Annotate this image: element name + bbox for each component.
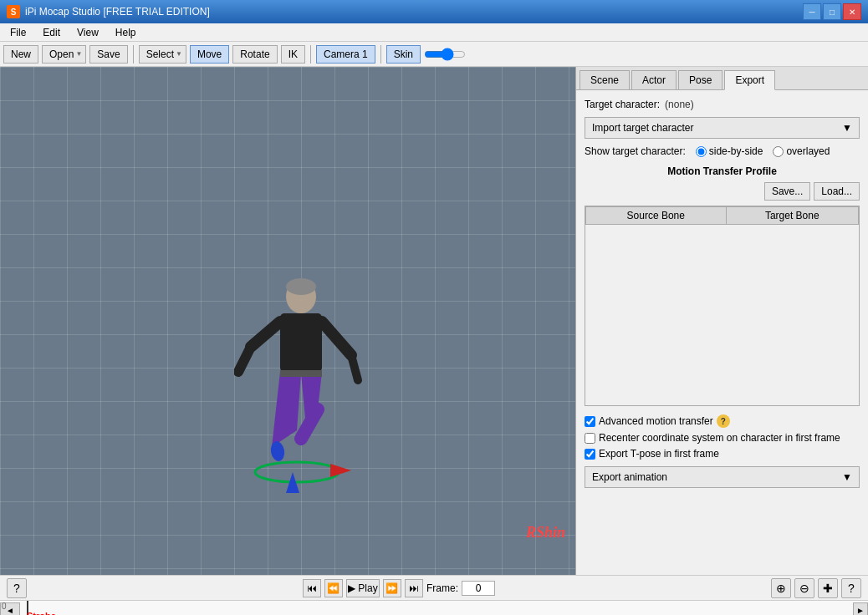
svg-rect-11 <box>280 370 322 377</box>
skin-slider[interactable] <box>424 47 466 62</box>
skip-to-end-button[interactable]: ⏭ <box>405 579 423 597</box>
import-dropdown-arrow: ▼ <box>842 122 852 134</box>
right-panel: Scene Actor Pose Export Target character… <box>575 67 868 575</box>
frame-value: 0 <box>462 581 495 596</box>
save-load-row: Save... Load... <box>585 182 860 201</box>
fast-forward-button[interactable]: ⏩ <box>383 579 401 597</box>
tab-actor[interactable]: Actor <box>631 70 677 89</box>
character-container <box>234 272 368 508</box>
separator-2 <box>310 45 311 64</box>
separator-1 <box>133 45 134 64</box>
export-tpose-label: Export T-pose in first frame <box>599 448 719 460</box>
menu-file[interactable]: File <box>3 25 33 40</box>
play-button[interactable]: ▶ Play <box>346 579 380 597</box>
help-button-right[interactable]: ? <box>841 578 861 598</box>
skip-to-start-button[interactable]: ⏮ <box>303 579 321 597</box>
bone-table: Source Bone Target Bone <box>585 206 859 225</box>
svg-line-3 <box>251 322 280 347</box>
bone-table-container[interactable]: Source Bone Target Bone <box>585 206 860 406</box>
viewport[interactable]: RShin <box>0 67 575 575</box>
app-icon: S <box>7 5 20 18</box>
radio-overlayed[interactable]: overlayed <box>773 145 830 157</box>
tab-scene[interactable]: Scene <box>580 70 630 89</box>
svg-line-6 <box>351 355 358 380</box>
timeline-strobe-label: Strobe <box>27 611 56 615</box>
help-button-left[interactable]: ? <box>7 578 27 598</box>
save-profile-button[interactable]: Save... <box>764 182 810 201</box>
show-target-character-row: Show target character: side-by-side over… <box>585 145 860 157</box>
source-bone-header: Source Bone <box>586 207 727 225</box>
maximize-button[interactable]: □ <box>823 3 841 20</box>
zoom-plus-button[interactable]: ⊕ <box>771 578 791 598</box>
menu-edit[interactable]: Edit <box>36 25 67 40</box>
camera1-button[interactable]: Camera 1 <box>316 45 375 64</box>
open-button[interactable]: Open ▼ <box>42 45 86 64</box>
svg-line-5 <box>322 322 351 355</box>
target-character-label: Target character: <box>585 99 660 110</box>
menu-help[interactable]: Help <box>109 25 143 40</box>
tab-bar: Scene Actor Pose Export <box>576 67 868 90</box>
menu-bar: File Edit View Help <box>0 23 868 42</box>
show-target-label: Show target character: <box>585 145 686 157</box>
recenter-label: Recenter coordinate system on character … <box>599 432 840 444</box>
timeline-scroll-right[interactable]: ► <box>853 602 868 615</box>
import-target-character-button[interactable]: Import target character ▼ <box>585 117 860 139</box>
rewind-button[interactable]: ⏪ <box>324 579 343 597</box>
export-animation-button[interactable]: Export animation ▼ <box>585 466 860 488</box>
svg-line-4 <box>238 347 251 372</box>
separator-3 <box>380 45 381 64</box>
tab-export[interactable]: Export <box>724 70 775 90</box>
target-character-row: Target character: (none) <box>585 99 860 110</box>
move-button[interactable]: Move <box>190 45 229 64</box>
advanced-motion-help-icon[interactable]: ? <box>717 414 730 428</box>
skin-button[interactable]: Skin <box>386 45 421 64</box>
toolbar: New Open ▼ Save Select ▼ Move Rotate IK … <box>0 42 868 67</box>
title-bar: S iPi Mocap Studio [FREE TRIAL EDITION] … <box>0 0 868 23</box>
timeline-area[interactable]: ◄ 0 Strobe ► <box>0 600 868 615</box>
recenter-row: Recenter coordinate system on character … <box>585 432 860 444</box>
save-button[interactable]: Save <box>89 45 127 64</box>
select-button[interactable]: Select ▼ <box>139 45 186 64</box>
recenter-checkbox[interactable] <box>585 433 595 444</box>
close-button[interactable]: ✕ <box>843 3 861 20</box>
viewport-watermark: RShin <box>526 524 565 541</box>
advanced-motion-row: Advanced motion transfer ? <box>585 414 860 428</box>
radio-side-by-side[interactable]: side-by-side <box>696 145 763 157</box>
bottom-section: ? ⏮ ⏪ ▶ Play ⏩ ⏭ Frame: 0 ⊕ ⊖ ✚ ? ◄ 0 St… <box>0 575 868 615</box>
new-button[interactable]: New <box>3 45 38 64</box>
frame-label: Frame: <box>426 582 458 594</box>
export-dropdown-arrow: ▼ <box>842 471 852 483</box>
ik-button[interactable]: IK <box>281 45 305 64</box>
open-dropdown-arrow: ▼ <box>75 50 82 58</box>
rotate-button[interactable]: Rotate <box>232 45 277 64</box>
radio-side-input[interactable] <box>696 146 707 157</box>
target-bone-header: Target Bone <box>726 207 858 225</box>
svg-point-10 <box>269 440 286 462</box>
zoom-minus-button[interactable]: ⊖ <box>794 578 814 598</box>
character-figure <box>234 272 368 506</box>
svg-point-1 <box>286 278 316 295</box>
target-character-value: (none) <box>665 99 694 110</box>
app-title: iPi Mocap Studio [FREE TRIAL EDITION] <box>25 6 210 18</box>
advanced-motion-label: Advanced motion transfer <box>599 415 713 427</box>
svg-rect-2 <box>280 313 322 372</box>
export-tpose-checkbox[interactable] <box>585 449 595 460</box>
svg-point-12 <box>255 462 339 482</box>
tab-pose[interactable]: Pose <box>678 70 722 89</box>
svg-marker-13 <box>330 464 351 477</box>
advanced-motion-checkbox[interactable] <box>585 416 595 427</box>
timeline-marker: 0 <box>2 602 7 611</box>
main-content: RShin Scene Actor Pose Export Target cha… <box>0 67 868 575</box>
zoom-add-button[interactable]: ✚ <box>818 578 838 598</box>
panel-content: Target character: (none) Import target c… <box>576 90 868 575</box>
menu-view[interactable]: View <box>70 25 105 40</box>
playback-bar: ? ⏮ ⏪ ▶ Play ⏩ ⏭ Frame: 0 ⊕ ⊖ ✚ ? <box>0 575 868 600</box>
select-dropdown-arrow: ▼ <box>176 50 182 58</box>
motion-transfer-title: Motion Transfer Profile <box>585 165 860 177</box>
minimize-button[interactable]: ─ <box>803 3 821 20</box>
radio-overlay-input[interactable] <box>773 146 784 157</box>
export-tpose-row: Export T-pose in first frame <box>585 448 860 460</box>
svg-line-9 <box>301 409 318 439</box>
load-profile-button[interactable]: Load... <box>814 182 860 201</box>
